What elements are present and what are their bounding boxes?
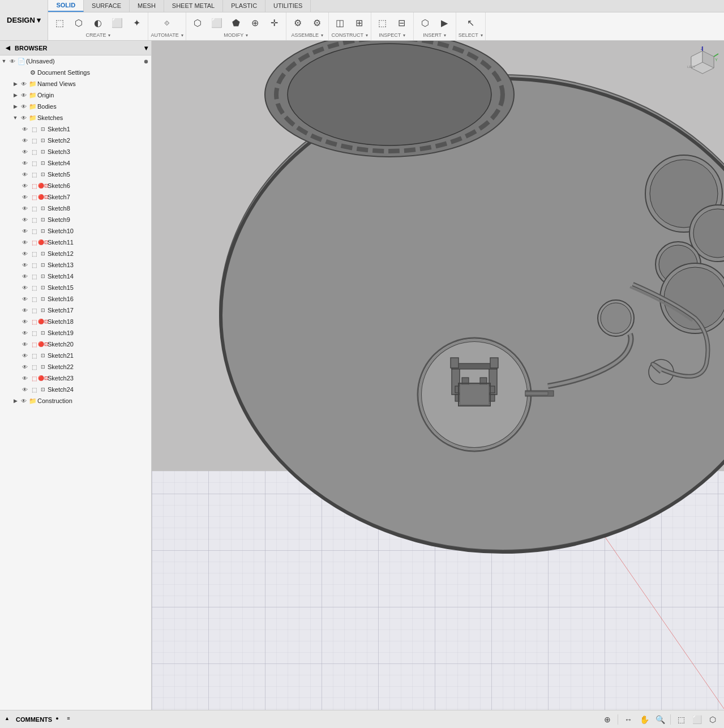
comments-toggle[interactable]: ▲ <box>5 716 12 723</box>
tool-btn-inspect-0[interactable]: ⬚ <box>374 14 392 32</box>
display-settings[interactable]: ⬡ <box>706 713 719 726</box>
toolbar-tab-utilities[interactable]: UTILITIES <box>265 0 311 12</box>
eye-Sketch21[interactable]: 👁 <box>20 352 29 359</box>
sketch-item-sketch9[interactable]: 👁 ⬚ ⊡ Sketch9 <box>0 214 151 225</box>
tree-expand-1[interactable]: ▶ <box>11 80 19 88</box>
sketch-item-sketch15[interactable]: 👁 ⬚ ⊡ Sketch15 <box>0 282 151 293</box>
eye-Sketch2[interactable]: 👁 <box>20 136 29 144</box>
select-dropdown-arrow[interactable]: ▾ <box>481 33 483 38</box>
modify-dropdown-arrow[interactable]: ▾ <box>246 33 248 38</box>
tool-btn-modify-2[interactable]: ⬟ <box>227 14 245 32</box>
viewport[interactable]: Y Z LEFT <box>152 41 724 710</box>
sketch-item-sketch6[interactable]: 👁 ⬚ 🔴⊡ Sketch6 <box>0 180 151 191</box>
eye-Sketch9[interactable]: 👁 <box>20 216 29 224</box>
tool-btn-create-2[interactable]: ◐ <box>89 14 107 32</box>
tool-btn-insert-1[interactable]: ▶ <box>435 14 453 32</box>
tree-expand-3[interactable]: ▶ <box>11 102 19 110</box>
sketch-item-sketch18[interactable]: 👁 ⬚ 🔴⊡ Sketch18 <box>0 316 151 327</box>
sketch-item-sketch11[interactable]: 👁 ⬚ 🔴⊡ Sketch11 <box>0 237 151 248</box>
tree-expand-5[interactable]: ▶ <box>11 397 19 405</box>
document-record-btn[interactable]: ⏺ <box>143 58 149 65</box>
browser-options-button[interactable]: ▾ <box>144 44 148 52</box>
eye-Sketch7[interactable]: 👁 <box>20 193 29 201</box>
toolbar-tab-surface[interactable]: SURFACE <box>84 0 130 12</box>
sketch-item-sketch7[interactable]: 👁 ⬚ 🔴⊡ Sketch7 <box>0 191 151 203</box>
eye-Sketch13[interactable]: 👁 <box>20 261 29 269</box>
eye-Sketch17[interactable]: 👁 <box>20 306 29 314</box>
grid-toggle[interactable]: ⬜ <box>690 713 704 726</box>
sketch-item-sketch3[interactable]: 👁 ⬚ ⊡ Sketch3 <box>0 146 151 157</box>
eye-Sketch5[interactable]: 👁 <box>20 170 29 178</box>
tool-btn-select-0[interactable]: ↖ <box>461 14 479 32</box>
browser-document-root[interactable]: ▼ 👁 📄 (Unsaved) ⏺ <box>0 55 151 67</box>
eye-Sketch16[interactable]: 👁 <box>20 295 29 303</box>
browser-item-sketches[interactable]: ▼ 👁 📁 Sketches <box>0 112 151 123</box>
toolbar-tab-mesh[interactable]: MESH <box>130 0 164 12</box>
insert-dropdown-arrow[interactable]: ▾ <box>444 33 446 38</box>
eye-Bodies[interactable]: 👁 <box>19 102 28 110</box>
sketch-item-sketch2[interactable]: 👁 ⬚ ⊡ Sketch2 <box>0 135 151 146</box>
eye-Sketch1[interactable]: 👁 <box>20 125 29 133</box>
sketch-item-sketch8[interactable]: 👁 ⬚ ⊡ Sketch8 <box>0 203 151 214</box>
tool-btn-modify-3[interactable]: ⊕ <box>246 14 264 32</box>
tool-btn-create-1[interactable]: ⬡ <box>70 14 88 32</box>
eye-Origin[interactable]: 👁 <box>19 91 28 99</box>
sketch-item-sketch16[interactable]: 👁 ⬚ ⊡ Sketch16 <box>0 293 151 305</box>
eye-Construction[interactable]: 👁 <box>19 397 28 405</box>
toolbar-tab-solid[interactable]: SOLID <box>48 0 84 12</box>
eye-Sketch15[interactable]: 👁 <box>20 284 29 292</box>
sketch-item-sketch5[interactable]: 👁 ⬚ ⊡ Sketch5 <box>0 169 151 180</box>
eye-Sketch10[interactable]: 👁 <box>20 227 29 235</box>
tree-expand-4[interactable]: ▼ <box>11 114 19 122</box>
eye-Sketches[interactable]: 👁 <box>19 114 28 122</box>
sketch-item-sketch13[interactable]: 👁 ⬚ ⊡ Sketch13 <box>0 259 151 271</box>
sketch-item-sketch10[interactable]: 👁 ⬚ ⊡ Sketch10 <box>0 225 151 237</box>
tree-expand-0[interactable] <box>11 68 19 76</box>
sketch-item-sketch20[interactable]: 👁 ⬚ 🔴⊡ Sketch20 <box>0 339 151 350</box>
construct-dropdown-arrow[interactable]: ▾ <box>366 33 368 38</box>
eye-Sketch20[interactable]: 👁 <box>20 340 29 348</box>
pan-tool[interactable]: ↔ <box>622 713 635 726</box>
sketch-item-sketch24[interactable]: 👁 ⬚ ⊡ Sketch24 <box>0 384 151 395</box>
eye-Sketch8[interactable]: 👁 <box>20 204 29 212</box>
comments-panel-toggle[interactable]: ● <box>55 716 63 723</box>
sketch-item-sketch12[interactable]: 👁 ⬚ ⊡ Sketch12 <box>0 248 151 259</box>
browser-item-origin[interactable]: ▶ 👁 📁 Origin <box>0 89 151 101</box>
eye-Sketch24[interactable]: 👁 <box>20 386 29 393</box>
eye-Sketch18[interactable]: 👁 <box>20 318 29 326</box>
tool-btn-construct-0[interactable]: ◫ <box>331 14 349 32</box>
tool-btn-inspect-1[interactable]: ⊟ <box>393 14 411 32</box>
browser-item-document-settings[interactable]: ⚙ Document Settings <box>0 67 151 78</box>
design-dropdown-button[interactable]: DESIGN ▾ <box>0 0 48 40</box>
sketch-item-sketch17[interactable]: 👁 ⬚ ⊡ Sketch17 <box>0 305 151 316</box>
browser-item-construction[interactable]: ▶ 👁 📁 Construction <box>0 395 151 406</box>
toolbar-tab-plastic[interactable]: PLASTIC <box>223 0 265 12</box>
sketch-item-sketch1[interactable]: 👁 ⬚ ⊡ Sketch1 <box>0 123 151 135</box>
eye-Sketch19[interactable]: 👁 <box>20 329 29 337</box>
assemble-dropdown-arrow[interactable]: ▾ <box>321 33 323 38</box>
sketch-item-sketch22[interactable]: 👁 ⬚ ⊡ Sketch22 <box>0 361 151 372</box>
tool-btn-insert-0[interactable]: ⬡ <box>416 14 434 32</box>
eye-Sketch4[interactable]: 👁 <box>20 159 29 167</box>
tree-eye-root[interactable]: 👁 <box>8 57 17 65</box>
tool-btn-create-4[interactable]: ✦ <box>127 14 145 32</box>
create-dropdown-arrow[interactable]: ▾ <box>108 33 110 38</box>
sketch-item-sketch14[interactable]: 👁 ⬚ ⊡ Sketch14 <box>0 271 151 282</box>
tool-btn-create-3[interactable]: ⬜ <box>108 14 126 32</box>
zoom-tool[interactable]: 🔍 <box>653 713 667 726</box>
automate-dropdown-arrow[interactable]: ▾ <box>181 33 183 38</box>
eye-Sketch14[interactable]: 👁 <box>20 272 29 280</box>
tool-btn-modify-1[interactable]: ⬜ <box>208 14 226 32</box>
display-mode[interactable]: ⬚ <box>674 713 688 726</box>
view-cube[interactable]: Y Z LEFT <box>686 45 719 79</box>
sketch-item-sketch21[interactable]: 👁 ⬚ ⊡ Sketch21 <box>0 350 151 361</box>
comments-close[interactable]: ≡ <box>67 716 75 723</box>
eye-Sketch23[interactable]: 👁 <box>20 374 29 382</box>
tool-btn-automate-0[interactable]: ⟐ <box>158 14 176 32</box>
tool-btn-create-0[interactable]: ⬚ <box>50 14 68 32</box>
snap-tool[interactable]: ⊕ <box>601 713 614 726</box>
eye-Named Views[interactable]: 👁 <box>19 80 28 88</box>
tool-btn-construct-1[interactable]: ⊞ <box>350 14 369 32</box>
sketch-item-sketch19[interactable]: 👁 ⬚ ⊡ Sketch19 <box>0 327 151 339</box>
eye-Sketch22[interactable]: 👁 <box>20 363 29 371</box>
